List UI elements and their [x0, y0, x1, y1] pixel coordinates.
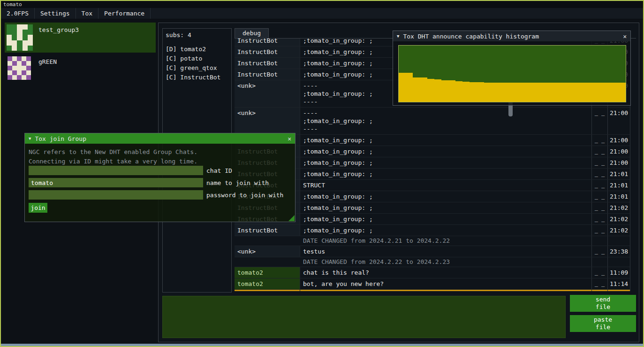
message-row: <unk>----;tomato_in_group: ;----_ _21:00: [235, 108, 630, 135]
message-status: _ _: [591, 202, 607, 213]
join-desc-line1: NGC refers to the New DHT enabled Group …: [25, 147, 295, 157]
message-status: _ _: [591, 267, 607, 278]
message-status: _ _: [591, 191, 607, 202]
histogram-bar: [533, 83, 540, 102]
collapse-arrow-icon[interactable]: ▼: [397, 34, 399, 39]
histogram-bar: [505, 83, 512, 102]
fps-counter: 2.0FPS: [1, 8, 35, 19]
group-avatar: [8, 56, 31, 80]
menu-items: SettingsToxPerformance: [35, 8, 151, 19]
message-status: _ _: [591, 146, 607, 157]
window-title: tomato: [1, 1, 643, 8]
member-item[interactable]: [C] InstructBot: [166, 73, 228, 82]
histogram-bar: [455, 81, 462, 102]
menu-item-settings[interactable]: Settings: [35, 8, 76, 19]
menu-item-tox[interactable]: Tox: [76, 8, 98, 19]
message-text: DATE CHANGED from 2024.2.22 to 2024.2.23: [300, 257, 591, 267]
roster-item-test-group3[interactable]: test_group3: [5, 23, 156, 53]
histogram-bar: [477, 82, 484, 102]
menu-item-performance[interactable]: Performance: [98, 8, 151, 19]
member-item[interactable]: [D] tomato2: [166, 45, 228, 54]
histogram-bar: [512, 83, 519, 102]
message-time: 21:01: [607, 191, 630, 202]
paste-file-button[interactable]: paste file: [570, 315, 636, 332]
collapse-arrow-icon[interactable]: ▼: [29, 136, 31, 141]
join-password-input[interactable]: [29, 190, 203, 200]
histogram-bar: [569, 83, 576, 102]
roster-item-green[interactable]: gREEN: [5, 54, 156, 83]
join-password-label: password to join with: [206, 192, 283, 199]
message-sender: tomato2: [235, 278, 300, 289]
message-sender: InstructBot: [235, 69, 300, 80]
histogram-bar: [399, 73, 406, 102]
message-row: DATE CHANGED from 2024.2.22 to 2024.2.23: [235, 257, 630, 267]
resize-grip[interactable]: [288, 215, 295, 221]
message-sender: InstructBot: [235, 39, 300, 46]
message-row: InstructBotNo, I've been in this group f…: [235, 290, 630, 291]
message-status: _ _: [591, 225, 607, 236]
message-input[interactable]: [162, 296, 566, 338]
histogram-bar: [427, 79, 434, 102]
join-group-title: Tox join Group: [35, 135, 86, 142]
message-time: [607, 257, 630, 267]
message-status: _ _: [591, 157, 607, 168]
message-status: _ _: [591, 278, 607, 289]
histogram-bar: [448, 80, 455, 102]
histogram-bar: [562, 83, 569, 102]
message-status: _ _: [591, 135, 607, 146]
close-icon[interactable]: ✕: [288, 135, 291, 142]
chat-id-input[interactable]: [29, 166, 203, 175]
histogram-bar: [605, 83, 612, 102]
subs-list: [D] tomato2[C] potato[C] green_qtox[C] I…: [166, 45, 228, 82]
message-text: DATE CHANGED from 2024.2.21 to 2024.2.22: [300, 236, 591, 246]
histogram-plot: [398, 45, 626, 102]
histogram-bar: [498, 83, 505, 102]
message-sender: tomato2: [235, 267, 300, 278]
histogram-bar: [619, 83, 626, 102]
histogram-bar: [526, 83, 533, 102]
send-file-button[interactable]: send file: [570, 295, 636, 312]
histogram-bar: [491, 83, 498, 102]
message-row: InstructBot;tomato_in_group: ;_ _21:02: [235, 225, 630, 236]
message-row: tomato2bot, are you new here?_ _11:14: [235, 278, 630, 290]
message-sender: InstructBot: [235, 225, 300, 236]
message-text: ----;tomato_in_group: ;----: [300, 108, 591, 134]
message-status: _ _: [591, 180, 607, 191]
message-text: ;tomato_in_group: ;: [300, 146, 591, 157]
join-name-input[interactable]: [29, 178, 203, 187]
message-time: 21:02: [607, 225, 630, 236]
message-sender: InstructBot: [235, 58, 300, 69]
message-text: ;tomato_in_group: ;: [300, 202, 591, 213]
message-text: bot, are you new here?: [300, 278, 591, 289]
message-status: [591, 257, 607, 267]
bottom-edge-bar: [1, 344, 643, 346]
histogram-bar: [583, 83, 590, 102]
tab-debug[interactable]: debug: [235, 28, 269, 38]
histogram-bar: [470, 82, 477, 102]
histogram-bar: [484, 83, 491, 102]
join-group-window: ▼ Tox join Group ✕ NGC refers to the New…: [24, 133, 295, 222]
message-text: ;tomato_in_group: ;: [300, 225, 591, 236]
join-name-label: name to join with: [206, 179, 269, 186]
close-icon[interactable]: ✕: [623, 33, 627, 40]
subs-count: subs: 4: [166, 31, 228, 39]
message-time: 21:00: [607, 108, 630, 134]
message-sender: <unk>: [235, 246, 300, 257]
histogram-bar: [590, 83, 597, 102]
message-time: 21:01: [607, 169, 630, 179]
message-sender: InstructBot: [235, 46, 300, 57]
member-item[interactable]: [C] green_qtox: [166, 63, 228, 73]
message-row: tomato2chat is this real?_ _11:09: [235, 267, 630, 278]
message-time: 21:00: [607, 135, 630, 146]
message-time: 11:14: [607, 278, 630, 289]
message-time: 21:00: [607, 157, 630, 168]
message-time: [607, 236, 630, 246]
message-status: _ _: [591, 214, 607, 224]
join-group-titlebar: ▼ Tox join Group ✕: [25, 133, 295, 144]
member-item[interactable]: [C] potato: [166, 54, 228, 63]
histogram-bar: [413, 77, 420, 102]
join-button[interactable]: join: [29, 203, 47, 213]
histogram-window: ▼ Tox DHT announce capability histogram …: [393, 31, 631, 106]
message-time: 11:15: [607, 290, 630, 291]
message-text: ;tomato_in_group: ;: [300, 191, 591, 202]
